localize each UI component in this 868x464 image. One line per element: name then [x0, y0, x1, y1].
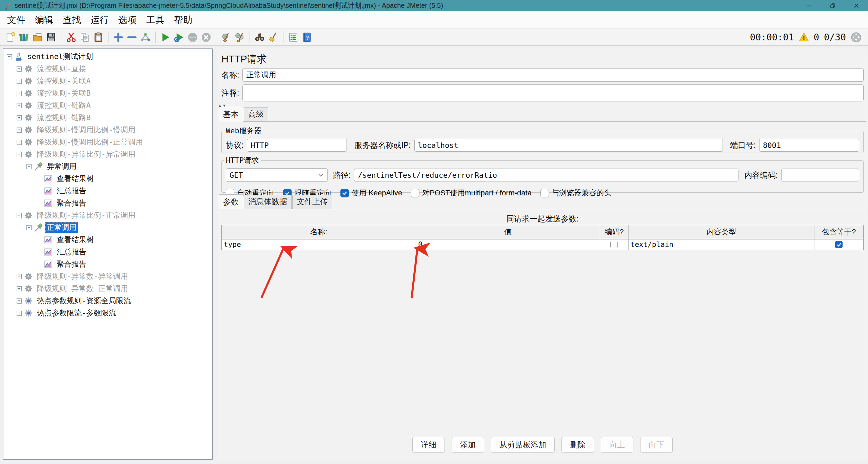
warning-icon[interactable] — [799, 32, 809, 42]
encoding-input[interactable] — [781, 169, 859, 181]
menu-item-运行[interactable]: 运行 — [86, 13, 114, 27]
menu-item-帮助[interactable]: 帮助 — [169, 13, 197, 27]
path-input[interactable] — [354, 169, 738, 181]
expand-toggle-icon[interactable]: + — [17, 298, 22, 304]
tree-item[interactable]: +流控规则-关联B — [3, 87, 212, 99]
close-button[interactable] — [845, 0, 868, 11]
templates-icon[interactable] — [17, 31, 31, 44]
tab-参数[interactable]: 参数 — [219, 194, 243, 209]
new-file-icon[interactable] — [4, 31, 17, 44]
unchecked-checkbox[interactable] — [540, 189, 549, 197]
open-file-icon[interactable] — [31, 31, 44, 44]
tree-item[interactable]: −降级规则-异常比例-异常调用 — [3, 148, 212, 160]
button-从剪贴板添加[interactable]: 从剪贴板添加 — [491, 437, 555, 453]
collapse-toggle-icon[interactable]: − — [26, 225, 32, 230]
unchecked-checkbox[interactable] — [411, 189, 419, 197]
clear-all-icon[interactable] — [233, 31, 246, 44]
checked-checkbox[interactable] — [835, 241, 843, 248]
expand-toggle-icon[interactable]: + — [17, 115, 22, 120]
expand-toggle-icon[interactable]: + — [17, 91, 22, 96]
expand-toggle-icon[interactable]: + — [17, 274, 22, 279]
tab-基本[interactable]: 基本 — [219, 107, 243, 122]
minimize-button[interactable] — [797, 0, 821, 11]
menu-item-工具[interactable]: 工具 — [141, 13, 169, 27]
tree-item[interactable]: 汇总报告 — [3, 246, 212, 258]
tree-item[interactable]: +降级规则-慢调用比例-正常调用 — [3, 136, 212, 148]
tab-消息体数据[interactable]: 消息体数据 — [244, 195, 292, 209]
server-input[interactable] — [414, 139, 723, 152]
tree-item[interactable]: 查看结果树 — [3, 173, 212, 185]
tree-item[interactable]: +热点参数规则-资源全局限流 — [3, 295, 212, 307]
checked-checkbox[interactable] — [340, 189, 349, 197]
tree-item[interactable]: −sentinel测试计划 — [3, 51, 212, 63]
expand-toggle-icon[interactable]: + — [17, 128, 22, 133]
paste-icon[interactable] — [92, 31, 105, 44]
column-header[interactable]: 内容类型 — [629, 225, 815, 239]
unchecked-checkbox[interactable] — [610, 241, 618, 248]
expand-toggle-icon[interactable]: + — [17, 286, 22, 291]
tree-item[interactable]: +流控规则-链路A — [3, 99, 212, 112]
table-row[interactable]: type0text/plain — [222, 239, 863, 250]
collapse-toggle-icon[interactable]: − — [26, 164, 32, 169]
column-header[interactable]: 包含等于? — [814, 225, 863, 239]
tree-item[interactable]: −降级规则-异常比例-正常调用 — [3, 209, 212, 221]
collapse-toggle-icon[interactable]: − — [7, 54, 12, 59]
tree-item[interactable]: +降级规则-异常数-异常调用 — [3, 270, 212, 283]
param-encode-cell[interactable] — [600, 239, 628, 250]
search-icon[interactable] — [253, 31, 267, 44]
help-icon[interactable]: ? — [300, 31, 314, 44]
tree-item[interactable]: +降级规则-异常数-正常调用 — [3, 283, 212, 295]
function-helper-icon[interactable] — [287, 31, 300, 44]
stop-icon[interactable]: STOP — [186, 31, 199, 44]
name-input[interactable] — [242, 68, 864, 82]
collapse-toggle-icon[interactable]: − — [17, 152, 22, 157]
button-详细[interactable]: 详细 — [412, 437, 445, 453]
tree-item[interactable]: 查看结果树 — [3, 234, 212, 246]
tree-item[interactable]: +流控规则-关联A — [3, 75, 212, 87]
column-header[interactable]: 值 — [416, 225, 600, 239]
expand-icon[interactable] — [112, 31, 125, 44]
menu-item-文件[interactable]: 文件 — [2, 13, 30, 27]
protocol-input[interactable] — [247, 139, 347, 152]
param-value-cell[interactable]: 0 — [416, 239, 600, 250]
expand-toggle-icon[interactable]: + — [17, 140, 22, 145]
param-content-type-cell[interactable]: text/plain — [629, 239, 815, 250]
param-include-equals-cell[interactable] — [814, 239, 863, 250]
expand-toggle-icon[interactable]: + — [17, 103, 22, 108]
column-header[interactable]: 编码? — [600, 225, 628, 239]
method-select[interactable]: GET — [226, 168, 328, 182]
cut-icon[interactable] — [64, 31, 78, 44]
tree-item[interactable]: +流控规则-链路B — [3, 112, 212, 124]
tree-item[interactable]: +降级规则-慢调用比例-慢调用 — [3, 124, 212, 136]
menu-item-选项[interactable]: 选项 — [114, 13, 141, 27]
start-no-pauses-icon[interactable] — [172, 31, 186, 44]
tab-高级[interactable]: 高级 — [244, 107, 268, 121]
port-input[interactable] — [759, 139, 859, 152]
button-删除[interactable]: 删除 — [561, 437, 594, 453]
tree-item[interactable]: 聚合报告 — [3, 197, 212, 209]
start-icon[interactable] — [159, 31, 172, 44]
column-header[interactable]: 名称: — [222, 225, 416, 239]
save-icon[interactable] — [44, 31, 58, 44]
clear-icon[interactable] — [219, 31, 233, 44]
collapse-toggle-icon[interactable]: − — [17, 213, 22, 218]
menu-item-编辑[interactable]: 编辑 — [30, 13, 58, 27]
param-name-cell[interactable]: type — [222, 239, 416, 250]
restore-button[interactable] — [821, 0, 845, 11]
toggle-icon[interactable] — [139, 31, 152, 44]
tree-item[interactable]: −异常调用 — [3, 160, 212, 173]
shutdown-icon[interactable] — [199, 31, 213, 44]
tree-item[interactable]: +热点参数限流-参数限流 — [3, 307, 212, 319]
expand-toggle-icon[interactable]: + — [17, 311, 22, 316]
tree-item[interactable]: 汇总报告 — [3, 185, 212, 197]
tab-文件上传[interactable]: 文件上传 — [292, 195, 332, 209]
comment-input[interactable] — [242, 84, 864, 101]
menu-item-查找[interactable]: 查找 — [58, 13, 86, 27]
button-添加[interactable]: 添加 — [452, 437, 484, 453]
collapse-icon[interactable] — [125, 31, 139, 44]
copy-icon[interactable] — [78, 31, 92, 44]
search-reset-icon[interactable] — [267, 31, 280, 44]
expand-toggle-icon[interactable]: + — [17, 66, 22, 72]
tree-item[interactable]: 聚合报告 — [3, 258, 212, 270]
tree-item[interactable]: +流控规则-直接 — [3, 63, 212, 75]
